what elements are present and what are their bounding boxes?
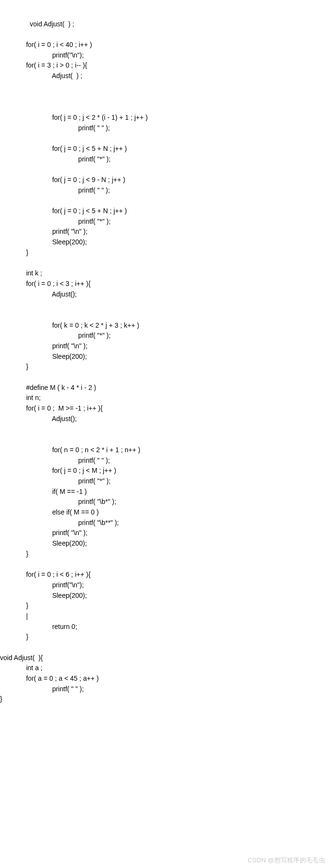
watermark-text: CSDN @想写程序的毛毛虫 [248, 857, 325, 864]
watermark: CSDN @想写程序的毛毛虫 [248, 856, 325, 865]
code-text: void Adjust( ) ; for( i = 0 ; i < 40 ; i… [0, 20, 148, 703]
code-block: void Adjust( ) ; for( i = 0 ; i < 40 ; i… [0, 0, 330, 705]
